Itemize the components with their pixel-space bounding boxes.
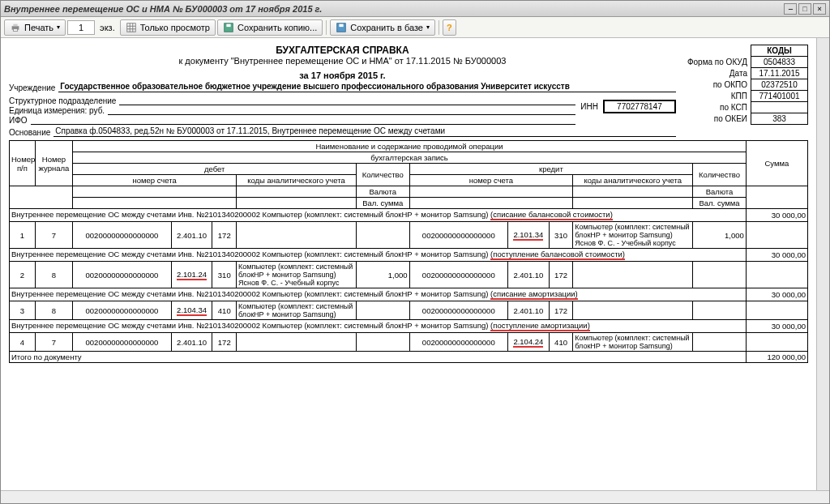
date-code: 17.11.2015 (751, 68, 808, 79)
copies-input[interactable] (67, 20, 95, 35)
th-journal: Номер журнала (35, 141, 73, 186)
th-d-valsum: Вал. сумма (356, 198, 409, 209)
vertical-scrollbar[interactable] (816, 38, 829, 490)
entry-row: 28002000000000000002.101.24310Компьютер … (10, 262, 808, 288)
group-header-row: Внутреннее перемещение ОС между счетами … (10, 209, 808, 222)
svg-rect-3 (126, 23, 135, 32)
window-title: Внутреннее перемещение ОС и НМА № БУ0000… (4, 4, 322, 14)
total-sum: 120 000,00 (746, 352, 807, 363)
th-qty-d: Количество (356, 164, 409, 186)
th-d-anal: коды аналитического учета (237, 175, 357, 186)
svg-rect-11 (340, 23, 344, 27)
dropdown-icon: ▾ (57, 23, 60, 31)
th-d-cur: Валюта (356, 186, 409, 198)
dropdown-icon: ▾ (426, 23, 430, 31)
svg-rect-9 (226, 23, 230, 27)
basis-value: Справка ф.0504833, ред.52н № БУ000003 от… (53, 126, 676, 137)
inn-value: 7702778147 (603, 100, 676, 113)
th-npp: Номер п/п (10, 141, 36, 186)
save-copy-button[interactable]: Сохранить копию... (217, 19, 323, 36)
kpp-code: 771401001 (751, 91, 808, 102)
org-label: Учреждение (9, 83, 55, 92)
th-operation: Наименование и содержание проводимой опе… (73, 141, 747, 152)
save-db-button[interactable]: Сохранить в базе ▾ (330, 19, 435, 36)
group-header-row: Внутреннее перемещение ОС между счетами … (10, 320, 808, 333)
svg-rect-1 (13, 23, 17, 26)
separator (439, 20, 439, 35)
okei-code: 383 (751, 113, 808, 125)
th-c-cur: Валюта (693, 186, 747, 198)
help-button[interactable]: ? (443, 19, 456, 36)
entry-row: 17002000000000000002.401.101720020000000… (10, 222, 808, 249)
basis-label: Основание (9, 128, 50, 137)
group-header-row: Внутреннее перемещение ОС между счетами … (10, 288, 808, 301)
svg-rect-2 (13, 28, 17, 31)
th-c-acc: номер счета (409, 175, 573, 186)
grid-icon (126, 22, 137, 33)
subdiv-value (119, 96, 575, 105)
ksp-code (751, 102, 808, 113)
th-debit: дебет (73, 164, 357, 175)
th-qty-c: Количество (693, 164, 747, 186)
status-bar (1, 490, 829, 503)
entry-row: 47002000000000000002.401.101720020000000… (10, 333, 808, 352)
doc-date-line: за 17 ноября 2015 г. (9, 70, 676, 80)
org-value: Государственное образовательное бюджетно… (58, 82, 676, 92)
doc-subtitle: к документу "Внутреннее перемещение ОС и… (9, 56, 676, 66)
th-entry: бухгалтерская запись (73, 152, 747, 164)
print-label: Печать (24, 23, 53, 32)
print-button[interactable]: Печать ▾ (4, 19, 66, 36)
help-icon: ? (447, 23, 452, 32)
view-only-label: Только просмотр (140, 23, 210, 32)
total-label: Итого по документу (10, 352, 747, 363)
entry-row: 38002000000000000002.104.34410Компьютер … (10, 301, 808, 320)
okpo-code: 02372510 (751, 79, 808, 91)
th-c-valsum: Вал. сумма (693, 198, 747, 209)
view-only-button[interactable]: Только просмотр (120, 19, 216, 36)
document-canvas: БУХГАЛТЕРСКАЯ СПРАВКА к документу "Внутр… (1, 38, 816, 490)
codes-box: КОДЫ Форма по ОКУД0504833 Дата17.11.2015… (682, 45, 808, 125)
close-button[interactable]: × (813, 3, 826, 15)
group-header-row: Внутреннее перемещение ОС между счетами … (10, 249, 808, 262)
th-sum: Сумма (746, 141, 807, 186)
th-d-acc: номер счета (73, 175, 237, 186)
codes-head: КОДЫ (751, 45, 808, 57)
toolbar: Печать ▾ экз. Только просмотр Сохранить … (1, 17, 829, 38)
unit-value (108, 105, 575, 115)
subdiv-label: Структурное подразделение (9, 96, 116, 105)
printer-icon (10, 22, 21, 33)
ifo-label: ИФО (9, 116, 28, 125)
th-credit: кредит (409, 164, 693, 175)
entries-table: Номер п/п Номер журнала Наименование и с… (9, 140, 808, 363)
unit-label: Единица измерения: руб. (9, 106, 105, 115)
disk-db-icon (336, 22, 347, 33)
doc-title: БУХГАЛТЕРСКАЯ СПРАВКА (9, 45, 676, 56)
ifo-value (31, 115, 576, 125)
th-c-anal: коды аналитического учета (573, 175, 693, 186)
save-copy-label: Сохранить копию... (237, 23, 317, 32)
okud-code: 0504833 (751, 57, 808, 68)
inn-label: ИНН (580, 102, 598, 111)
copies-unit: экз. (96, 23, 118, 32)
minimize-button[interactable]: ‒ (784, 3, 797, 15)
window-titlebar: Внутреннее перемещение ОС и НМА № БУ0000… (1, 1, 829, 17)
maximize-button[interactable]: □ (798, 3, 811, 15)
separator (326, 20, 327, 35)
disk-icon (223, 22, 234, 33)
save-db-label: Сохранить в базе (350, 23, 423, 32)
